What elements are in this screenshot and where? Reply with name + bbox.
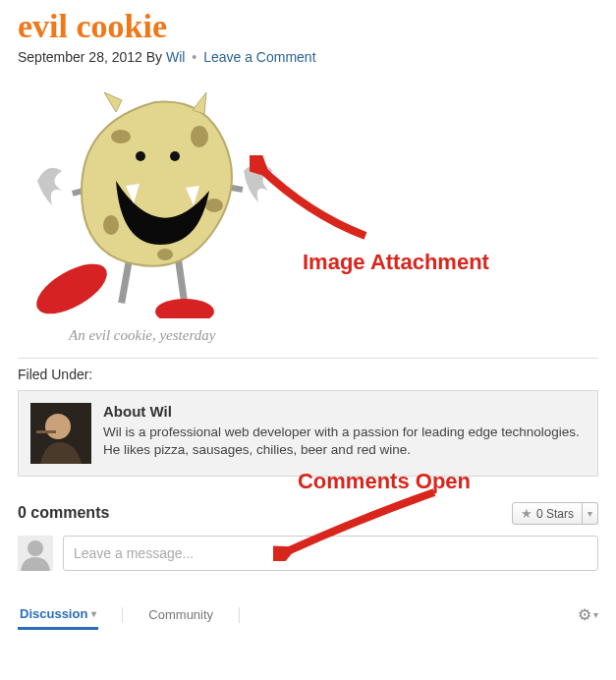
author-link[interactable]: Wil <box>166 49 185 65</box>
comments-count: 0 comments <box>18 504 109 521</box>
svg-point-12 <box>170 151 180 161</box>
svg-point-7 <box>191 126 208 147</box>
tab-divider <box>122 607 123 623</box>
tab-discussion-label: Discussion <box>20 606 87 621</box>
post-figure: Image Attachment An evil cookie, yesterd… <box>18 73 598 344</box>
stars-button-group: ★ 0 Stars ▾ <box>512 502 598 525</box>
svg-rect-15 <box>36 430 56 433</box>
stars-button[interactable]: ★ 0 Stars <box>512 502 583 525</box>
post-date: September 28, 2012 <box>18 49 142 65</box>
svg-rect-0 <box>118 258 133 304</box>
author-heading: About Wil <box>103 403 586 420</box>
svg-point-3 <box>155 299 214 318</box>
chevron-down-icon: ▾ <box>593 609 598 620</box>
meta-separator: • <box>192 49 196 65</box>
svg-point-14 <box>45 414 71 439</box>
anon-avatar <box>18 536 53 571</box>
author-bio: Wil is a professional web developer with… <box>103 424 586 459</box>
comments-tabs: Discussion ▾ Community ⚙ ▾ <box>18 600 598 630</box>
author-avatar <box>30 403 91 464</box>
chevron-down-icon: ▾ <box>91 608 96 619</box>
star-icon: ★ <box>521 506 532 521</box>
svg-point-6 <box>111 130 131 143</box>
attachment-image <box>18 73 293 318</box>
svg-point-10 <box>157 249 173 260</box>
tab-community-label: Community <box>148 607 213 622</box>
svg-point-2 <box>28 254 114 318</box>
filed-under: Filed Under: <box>18 358 598 382</box>
stars-dropdown[interactable]: ▾ <box>583 502 598 525</box>
svg-point-11 <box>136 151 145 161</box>
tab-divider <box>239 607 240 623</box>
post-meta: September 28, 2012 By Wil • Leave a Comm… <box>18 49 598 65</box>
comments-section: Comments Open 0 comments ★ 0 Stars ▾ Dis… <box>18 504 598 630</box>
settings-menu[interactable]: ⚙ ▾ <box>578 605 598 624</box>
image-caption: An evil cookie, yesterday <box>18 327 598 344</box>
chevron-down-icon: ▾ <box>588 508 592 519</box>
svg-point-16 <box>28 540 43 556</box>
by-label: By <box>146 49 162 65</box>
gear-icon: ⚙ <box>578 605 591 624</box>
svg-point-9 <box>103 215 119 235</box>
svg-rect-1 <box>175 258 188 304</box>
annotation-label-image: Image Attachment <box>303 250 489 275</box>
svg-point-8 <box>205 198 223 212</box>
tab-discussion[interactable]: Discussion ▾ <box>18 600 98 630</box>
stars-label: 0 Stars <box>536 507 574 521</box>
comment-input[interactable] <box>63 536 598 571</box>
leave-comment-link[interactable]: Leave a Comment <box>203 49 315 65</box>
tab-community[interactable]: Community <box>146 601 215 628</box>
post-title: evil cookie <box>18 8 598 45</box>
author-box: About Wil Wil is a professional web deve… <box>18 390 598 477</box>
